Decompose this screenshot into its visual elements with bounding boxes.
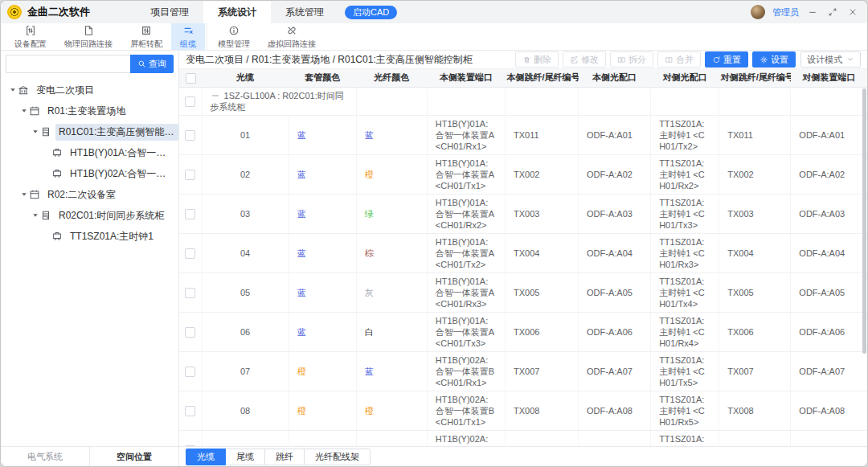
caret-spacer <box>41 169 51 179</box>
main-panel: 变电二次项目 / R01:主变装置场地 / R01C01:主变高压侧智能控制柜 … <box>179 51 867 466</box>
caret-down-icon[interactable] <box>30 211 40 221</box>
caret-down-icon[interactable] <box>18 106 29 117</box>
tree-item[interactable]: HT1B(Y)01A:合智一体装置A <box>1 142 178 163</box>
tree-item[interactable]: R02C01:时间同步系统柜 <box>1 205 178 226</box>
tree-item[interactable]: HT1B(Y)02A:合智一体装置B <box>1 163 178 184</box>
cell-tube: 蓝 <box>289 154 356 194</box>
row-checkbox[interactable] <box>185 96 195 107</box>
user-name[interactable]: 管理员 <box>772 6 799 18</box>
titlebar-right: 管理员 <box>751 1 867 23</box>
view-tab-fiber-patch-rack[interactable]: 光纤配线架 <box>304 449 371 465</box>
select-all-cell <box>179 69 202 87</box>
toolbar-item-label: 模型管理 <box>218 39 250 50</box>
tree-item[interactable]: R01:主变装置场地 <box>1 100 178 121</box>
toolbar-item-virtual-loop-connect[interactable]: 虚拟回路连接 <box>259 23 325 50</box>
menu-item-system-management[interactable]: 系统管理 <box>271 1 338 23</box>
sidebar-tab-electrical-system[interactable]: 电气系统 <box>1 447 89 466</box>
sidebar-tab-spatial-position[interactable]: 空间位置 <box>89 447 178 466</box>
cabinet-assign-icon <box>141 25 152 38</box>
toolbar-item-physical-loop-connect[interactable]: 物理回路连接 <box>55 23 121 50</box>
model-manage-icon <box>228 25 240 38</box>
split-button[interactable]: 拆分 <box>610 51 653 68</box>
menu-item-project-management[interactable]: 项目管理 <box>136 1 203 23</box>
minimize-button[interactable] <box>806 6 819 18</box>
toolbar-item-cabinet-assign[interactable]: 屏柜转配 <box>121 23 171 50</box>
group-label: 1SZ-GL100A : R02C01:时间同步系统柜 <box>211 91 344 112</box>
view-tab-optical-cable[interactable]: 光缆 <box>186 449 226 465</box>
row-select-cell <box>179 154 202 194</box>
caret-down-icon[interactable] <box>30 127 40 137</box>
cell-tube: 蓝 <box>289 312 356 351</box>
project-tree: 变电二次项目R01:主变装置场地R01C01:主变高压侧智能控制柜HT1B(Y)… <box>1 76 178 446</box>
launch-cad-button[interactable]: 启动CAD <box>345 6 397 19</box>
cell-remote_no: TX006 <box>719 312 791 351</box>
view-tab-tail-cable[interactable]: 尾缆 <box>225 449 265 465</box>
cell-remote_port: ODF-A:A06 <box>791 312 867 351</box>
row-checkbox[interactable] <box>185 445 195 446</box>
cell-local_port: HT1B(Y)02A:合智一体装置B <CH01/Rx2> <box>427 430 505 446</box>
reset-button[interactable]: 重置 <box>705 51 748 68</box>
cable-table-wrap: 光缆套管颜色光纤颜色本侧装置端口本侧跳纤/尾纤编号本侧光配口对侧光配口对侧跳纤/… <box>179 69 867 446</box>
cell-local_odf: ODF-A:A02 <box>579 154 651 194</box>
cell-local_port: HT1B(Y)02A:合智一体装置B <CH01/Tx1> <box>427 391 505 430</box>
titlebar: 金曲二次软件 项目管理系统设计系统管理 启动CAD 管理员 <box>1 1 867 23</box>
group-label-cell: 1SZ-GL100A : R02C01:时间同步系统柜 <box>202 87 356 115</box>
cell-fiber: 橙 <box>356 391 427 430</box>
cell-local_port: HT1B(Y)01A:合智一体装置A <CH01/Tx2> <box>427 233 505 272</box>
toolbar-item-model-manage[interactable]: 模型管理 <box>209 23 259 50</box>
cell-no: 07 <box>202 351 289 391</box>
search-button[interactable]: 查询 <box>130 55 174 73</box>
select-all-checkbox[interactable] <box>186 73 196 84</box>
design-mode-select[interactable]: 设计模式 <box>800 51 861 68</box>
close-button[interactable] <box>846 6 859 18</box>
breadcrumb-bar: 变电二次项目 / R01:主变装置场地 / R01C01:主变高压侧智能控制柜 … <box>179 51 867 69</box>
cell-tube: 蓝 <box>289 115 356 154</box>
settings-button[interactable]: 设置 <box>752 51 796 68</box>
cell-remote_no: TX009 <box>719 430 791 446</box>
table-row: 08橙橙HT1B(Y)02A:合智一体装置B <CH01/Tx1>TX008OD… <box>179 391 867 430</box>
restore-button[interactable] <box>826 6 839 18</box>
cable-table: 光缆套管颜色光纤颜色本侧装置端口本侧跳纤/尾纤编号本侧光配口对侧光配口对侧跳纤/… <box>179 69 867 446</box>
toolbar-item-device-config[interactable]: 设备配置 <box>6 23 55 50</box>
cell-remote_no: TX003 <box>719 194 791 233</box>
brand: 金曲二次软件 <box>1 1 136 23</box>
row-checkbox[interactable] <box>185 367 195 377</box>
menu-item-system-design[interactable]: 系统设计 <box>203 1 271 23</box>
tree-item[interactable]: TT1SZ01A:主时钟1 <box>1 226 178 247</box>
caret-down-icon[interactable] <box>18 190 29 200</box>
tree-item[interactable]: 变电二次项目 <box>1 80 178 100</box>
tree-item[interactable]: R01C01:主变高压侧智能控制柜 <box>1 121 178 142</box>
row-select-cell <box>179 351 202 391</box>
cell-no: 01 <box>202 115 289 154</box>
row-select-cell <box>179 430 202 446</box>
empty-cell <box>651 87 719 115</box>
view-tab-jumper-fiber[interactable]: 跳纤 <box>264 449 305 465</box>
merge-button[interactable]: 合并 <box>657 51 701 68</box>
delete-button[interactable]: 删除 <box>515 51 559 68</box>
cabinet-icon <box>40 210 52 222</box>
tube-color-value: 蓝 <box>297 288 306 297</box>
row-checkbox[interactable] <box>185 209 195 219</box>
row-checkbox[interactable] <box>185 130 195 141</box>
table-scrollbar[interactable] <box>862 88 866 354</box>
caret-down-icon[interactable] <box>7 85 18 96</box>
row-checkbox[interactable] <box>185 248 195 259</box>
fiber-color-value: 绿 <box>365 445 374 447</box>
search-input[interactable] <box>6 55 130 73</box>
row-checkbox[interactable] <box>185 170 195 180</box>
user-avatar[interactable] <box>751 5 765 19</box>
modify-button[interactable]: 修改 <box>563 51 606 68</box>
action-buttons: 删除修改拆分合并重置设置 <box>515 51 796 68</box>
row-checkbox[interactable] <box>185 327 195 338</box>
tree-item[interactable]: R02:二次设备室 <box>1 184 178 205</box>
row-checkbox[interactable] <box>185 406 195 416</box>
cell-no: 09 <box>202 430 289 446</box>
toolbar-item-cable-group[interactable]: 组缆 <box>171 23 205 50</box>
fiber-color-value: 白 <box>365 327 374 337</box>
main-menu: 项目管理系统设计系统管理 <box>136 1 338 23</box>
cell-tube: 橙 <box>289 430 356 446</box>
cell-remote_port: ODF-A:A07 <box>791 351 867 391</box>
area-icon <box>29 105 41 117</box>
collapse-minus-icon[interactable] <box>211 91 220 100</box>
row-checkbox[interactable] <box>185 288 195 298</box>
